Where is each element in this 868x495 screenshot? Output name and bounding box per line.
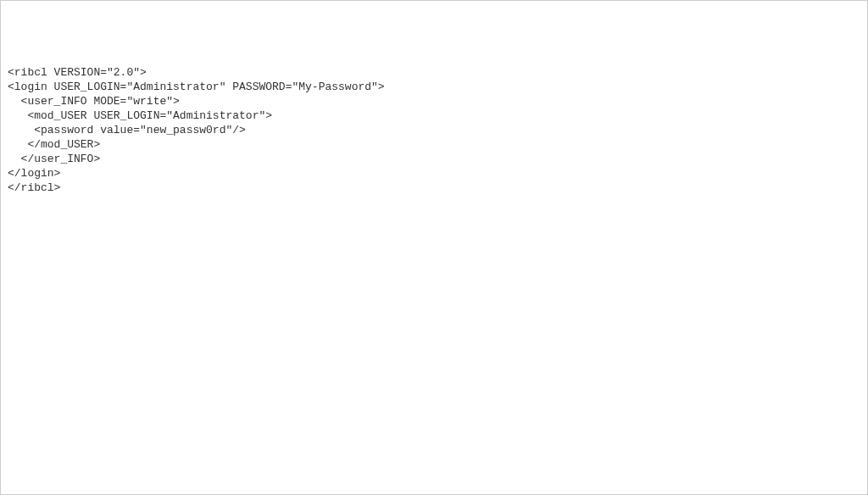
code-line-8: </login> xyxy=(8,166,860,181)
code-line-9: </ribcl> xyxy=(8,181,860,195)
code-line-2: <login USER_LOGIN="Administrator" PASSWO… xyxy=(8,80,860,94)
code-line-6: </mod_USER> xyxy=(8,137,860,152)
code-line-3: <user_INFO MODE="write"> xyxy=(8,94,860,108)
code-line-7: </user_INFO> xyxy=(8,152,860,166)
code-line-5: <password value="new_passw0rd"/> xyxy=(8,123,860,137)
code-line-1: <ribcl VERSION="2.0"> xyxy=(8,65,860,80)
code-line-4: <mod_USER USER_LOGIN="Administrator"> xyxy=(8,108,860,123)
